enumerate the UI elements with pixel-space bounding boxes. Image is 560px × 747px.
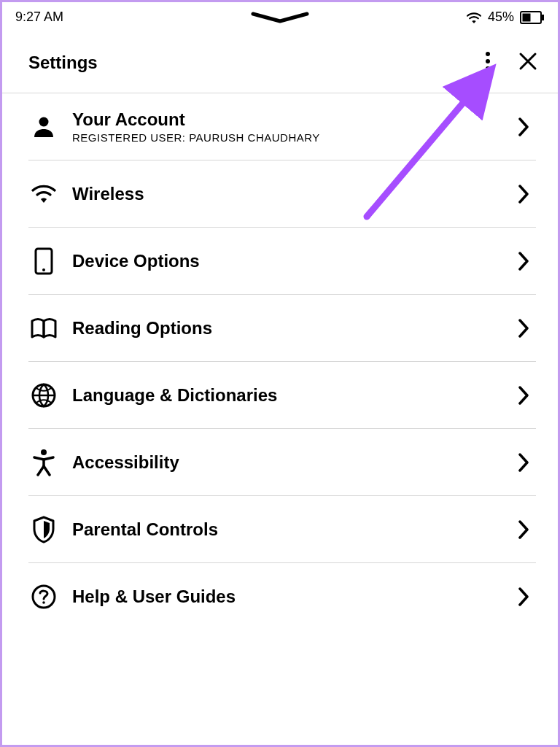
page-title: Settings xyxy=(28,53,98,73)
item-text: Device Options xyxy=(59,251,511,271)
item-label: Your Account xyxy=(72,109,511,130)
help-icon xyxy=(28,581,59,612)
chevron-right-icon xyxy=(511,185,536,204)
svg-point-3 xyxy=(486,52,490,56)
svg-point-8 xyxy=(42,268,45,271)
settings-header: Settings xyxy=(2,29,558,93)
item-label: Help & User Guides xyxy=(72,587,511,607)
close-button[interactable] xyxy=(516,49,540,76)
item-label: Reading Options xyxy=(72,318,511,338)
battery-icon xyxy=(520,11,545,24)
status-time: 9:27 AM xyxy=(15,9,63,25)
swipe-handle-icon[interactable] xyxy=(247,11,313,28)
chevron-right-icon xyxy=(511,252,536,271)
item-text: Reading Options xyxy=(59,318,511,338)
device-icon xyxy=(28,246,59,276)
shield-icon xyxy=(28,514,59,545)
svg-point-6 xyxy=(39,117,49,126)
item-label: Language & Dictionaries xyxy=(72,385,511,406)
chevron-right-icon xyxy=(511,117,536,136)
item-text: Wireless xyxy=(59,184,511,204)
svg-point-4 xyxy=(486,59,490,63)
item-label: Device Options xyxy=(72,251,511,271)
header-actions xyxy=(482,48,540,77)
svg-point-12 xyxy=(42,601,45,604)
item-text: Your Account REGISTERED USER: PAURUSH CH… xyxy=(59,109,511,144)
book-icon xyxy=(28,313,59,344)
svg-point-10 xyxy=(41,449,47,455)
chevron-right-icon xyxy=(511,587,536,606)
more-vertical-icon xyxy=(485,51,491,74)
chevron-right-icon xyxy=(511,453,536,472)
settings-item-device-options[interactable]: Device Options xyxy=(28,228,536,295)
globe-icon xyxy=(28,380,59,411)
item-label: Parental Controls xyxy=(72,519,511,540)
user-icon xyxy=(28,112,59,142)
settings-list: Your Account REGISTERED USER: PAURUSH CH… xyxy=(2,93,558,630)
wifi-icon xyxy=(466,11,482,24)
wifi-icon xyxy=(28,179,59,209)
settings-item-wireless[interactable]: Wireless xyxy=(28,160,536,228)
svg-rect-2 xyxy=(523,13,531,21)
settings-item-parental-controls[interactable]: Parental Controls xyxy=(28,496,536,563)
close-icon xyxy=(518,52,537,73)
chevron-right-icon xyxy=(511,319,536,338)
item-subtitle: REGISTERED USER: PAURUSH CHAUDHARY xyxy=(72,131,511,144)
settings-item-language[interactable]: Language & Dictionaries xyxy=(28,362,536,429)
accessibility-icon xyxy=(28,447,59,478)
battery-pct: 45% xyxy=(488,9,514,25)
settings-item-account[interactable]: Your Account REGISTERED USER: PAURUSH CH… xyxy=(28,93,536,160)
settings-item-accessibility[interactable]: Accessibility xyxy=(28,429,536,496)
status-right: 45% xyxy=(466,9,545,25)
item-text: Parental Controls xyxy=(59,519,511,540)
svg-point-5 xyxy=(486,66,490,71)
item-text: Accessibility xyxy=(59,452,511,473)
item-text: Help & User Guides xyxy=(59,587,511,607)
item-label: Accessibility xyxy=(72,452,511,473)
svg-rect-1 xyxy=(542,15,544,20)
settings-item-reading-options[interactable]: Reading Options xyxy=(28,295,536,362)
item-text: Language & Dictionaries xyxy=(59,385,511,406)
settings-item-help[interactable]: Help & User Guides xyxy=(28,563,536,630)
more-menu-button[interactable] xyxy=(482,48,494,77)
chevron-right-icon xyxy=(511,386,536,405)
chevron-right-icon xyxy=(511,520,536,539)
item-label: Wireless xyxy=(72,184,511,204)
